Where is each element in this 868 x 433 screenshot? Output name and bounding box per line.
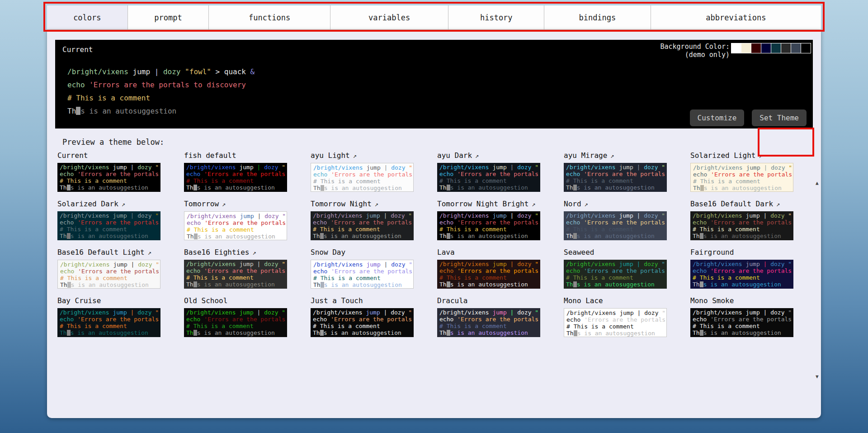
token-pipe: | bbox=[131, 261, 138, 268]
theme-sample[interactable]: /bright/vixens jump | dozy "echo 'Errors… bbox=[690, 308, 793, 337]
theme-cell-old-school: Old School/bright/vixens jump | dozy "ec… bbox=[184, 296, 287, 337]
external-link-icon[interactable]: ↗ bbox=[776, 200, 780, 208]
theme-sample[interactable]: /bright/vixens jump | dozy "echo 'Errors… bbox=[690, 163, 793, 192]
external-link-icon[interactable]: ↗ bbox=[253, 249, 256, 256]
token-normal: jump bbox=[239, 164, 257, 171]
theme-sample[interactable]: /bright/vixens jump | dozy "echo 'Errors… bbox=[57, 163, 160, 192]
theme-sample[interactable]: /bright/vixens jump | dozy "echo 'Errors… bbox=[311, 260, 414, 289]
theme-sample[interactable]: /bright/vixens jump | dozy "echo 'Errors… bbox=[184, 308, 287, 337]
token-quote: " bbox=[535, 261, 538, 267]
tab-bindings[interactable]: bindings bbox=[544, 5, 651, 29]
theme-sample[interactable]: /bright/vixens jump | dozy "echo 'Errors… bbox=[311, 211, 414, 240]
theme-title[interactable]: ayu Mirage↗ bbox=[564, 151, 667, 163]
cursor-block bbox=[700, 185, 704, 191]
set-theme-button[interactable]: Set Theme bbox=[752, 109, 807, 126]
theme-title[interactable]: Current bbox=[57, 151, 160, 163]
token-normal: jump bbox=[240, 213, 257, 219]
cursor-block bbox=[447, 185, 450, 190]
token-echo: echo bbox=[67, 81, 89, 89]
external-link-icon[interactable]: ↗ bbox=[610, 152, 614, 159]
theme-sample[interactable]: /bright/vixens jump | dozy "echo 'Errors… bbox=[690, 260, 793, 289]
theme-title[interactable]: Snow Day bbox=[311, 248, 414, 260]
token-fg: Th bbox=[313, 329, 320, 336]
external-link-icon[interactable]: ↗ bbox=[759, 152, 763, 159]
theme-sample[interactable]: /bright/vixens jump | dozy "echo 'Errors… bbox=[437, 163, 540, 192]
theme-title[interactable]: Mono Smoke bbox=[690, 296, 793, 308]
scroll-down-arrow[interactable]: ▼ bbox=[816, 374, 819, 380]
tab-variables[interactable]: variables bbox=[330, 5, 449, 29]
bg-swatch-6[interactable] bbox=[791, 43, 801, 53]
bg-swatch-3[interactable] bbox=[761, 43, 771, 53]
theme-sample[interactable]: /bright/vixens jump | dozy "echo 'Errors… bbox=[184, 163, 287, 192]
theme-title[interactable]: Dracula bbox=[437, 296, 540, 308]
theme-sample[interactable]: /bright/vixens jump | dozy "echo 'Errors… bbox=[184, 260, 287, 289]
theme-sample[interactable]: /bright/vixens jump | dozy "echo 'Errors… bbox=[57, 308, 160, 337]
theme-title[interactable]: Tomorrow↗ bbox=[184, 200, 287, 211]
theme-title[interactable]: Old School bbox=[184, 296, 287, 308]
theme-sample[interactable]: /bright/vixens jump | dozy "echo 'Errors… bbox=[564, 260, 667, 289]
theme-sample[interactable]: /bright/vixens jump | dozy "echo 'Errors… bbox=[437, 308, 540, 337]
bg-swatch-2[interactable] bbox=[751, 43, 761, 53]
token-fg: Th bbox=[439, 233, 447, 239]
token-quote: " bbox=[535, 164, 538, 171]
bg-swatch-1[interactable] bbox=[741, 43, 751, 53]
customize-button[interactable]: Customize bbox=[690, 109, 745, 126]
theme-title[interactable]: Mono Lace bbox=[564, 296, 667, 308]
theme-sample[interactable]: /bright/vixens jump | dozy "echo 'Errors… bbox=[184, 211, 287, 240]
external-link-icon[interactable]: ↗ bbox=[148, 249, 151, 256]
scroll-up-arrow[interactable]: ▲ bbox=[816, 180, 819, 186]
sample-line-4: Ths is an autosuggestion bbox=[439, 184, 540, 191]
token-path: /bright/vixens bbox=[186, 309, 239, 316]
token-normal: jump bbox=[113, 212, 130, 219]
tab-functions[interactable]: functions bbox=[209, 5, 330, 29]
theme-title[interactable]: Solarized Light↗ bbox=[690, 151, 793, 163]
tab-prompt[interactable]: prompt bbox=[128, 5, 209, 29]
external-link-icon[interactable]: ↗ bbox=[222, 200, 226, 208]
external-link-icon[interactable]: ↗ bbox=[532, 200, 535, 208]
theme-title[interactable]: Base16 Default Dark↗ bbox=[690, 200, 793, 211]
theme-title[interactable]: Nord↗ bbox=[564, 200, 667, 211]
external-link-icon[interactable]: ↗ bbox=[585, 200, 588, 208]
token-pipe: | bbox=[510, 309, 518, 316]
external-link-icon[interactable]: ↗ bbox=[122, 200, 125, 208]
sample-line-2: echo 'Errors are the portals bbox=[439, 219, 540, 226]
theme-title[interactable]: Tomorrow Night↗ bbox=[311, 200, 414, 211]
theme-title[interactable]: Tomorrow Night Bright↗ bbox=[437, 200, 540, 211]
bg-swatch-7[interactable] bbox=[801, 43, 811, 53]
bg-swatch-0[interactable] bbox=[731, 43, 741, 53]
theme-title[interactable]: fish default bbox=[184, 151, 287, 163]
theme-title[interactable]: Base16 Default Light↗ bbox=[57, 248, 160, 260]
theme-sample[interactable]: /bright/vixens jump | dozy "echo 'Errors… bbox=[564, 163, 667, 192]
token-string: 'Errors are the portals bbox=[710, 316, 792, 323]
theme-title[interactable]: ayu Dark↗ bbox=[437, 151, 540, 163]
sample-line-4: Ths is an autosuggestion bbox=[693, 233, 793, 239]
tab-abbreviations[interactable]: abbreviations bbox=[651, 5, 821, 29]
theme-sample[interactable]: /bright/vixens jump | dozy "echo 'Errors… bbox=[690, 211, 793, 240]
theme-title[interactable]: Fairground bbox=[690, 248, 793, 260]
theme-cell-lava: Lava/bright/vixens jump | dozy "echo 'Er… bbox=[437, 248, 540, 289]
tab-history[interactable]: history bbox=[448, 5, 544, 29]
bg-swatch-4[interactable] bbox=[771, 43, 781, 53]
token-string: 'Errors are the portals bbox=[330, 219, 412, 226]
theme-title[interactable]: Seaweed bbox=[564, 248, 667, 260]
theme-sample[interactable]: /bright/vixens jump | dozy "echo 'Errors… bbox=[564, 308, 667, 337]
theme-sample[interactable]: /bright/vixens jump | dozy "echo 'Errors… bbox=[437, 211, 540, 240]
theme-sample[interactable]: /bright/vixens jump | dozy "echo 'Errors… bbox=[311, 308, 414, 337]
theme-sample[interactable]: /bright/vixens jump | dozy "echo 'Errors… bbox=[437, 260, 540, 289]
external-link-icon[interactable]: ↗ bbox=[375, 200, 378, 208]
external-link-icon[interactable]: ↗ bbox=[475, 152, 479, 159]
theme-sample[interactable]: /bright/vixens jump | dozy "echo 'Errors… bbox=[57, 211, 160, 240]
theme-sample[interactable]: /bright/vixens jump | dozy "echo 'Errors… bbox=[57, 260, 160, 289]
bg-swatch-5[interactable] bbox=[781, 43, 791, 53]
theme-title[interactable]: Solarized Dark↗ bbox=[57, 200, 160, 211]
theme-title[interactable]: Bay Cruise bbox=[57, 296, 160, 308]
external-link-icon[interactable]: ↗ bbox=[353, 152, 357, 159]
theme-sample[interactable]: /bright/vixens jump | dozy "echo 'Errors… bbox=[564, 211, 667, 240]
tab-colors[interactable]: colors bbox=[47, 5, 128, 29]
theme-title[interactable]: Just a Touch bbox=[311, 296, 414, 308]
theme-title[interactable]: Lava bbox=[437, 248, 540, 260]
theme-title[interactable]: Base16 Eighties↗ bbox=[184, 248, 287, 260]
theme-sample[interactable]: /bright/vixens jump | dozy "echo 'Errors… bbox=[311, 163, 414, 192]
cursor-block bbox=[321, 282, 324, 288]
theme-title[interactable]: ayu Light↗ bbox=[311, 151, 414, 163]
